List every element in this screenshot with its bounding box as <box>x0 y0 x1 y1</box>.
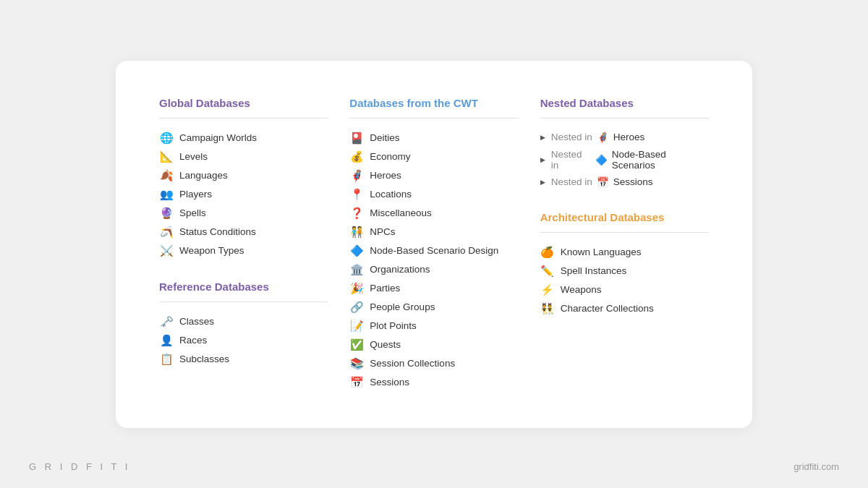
list-item[interactable]: 📅Sessions <box>349 373 518 392</box>
list-item[interactable]: 🪃Status Conditions <box>159 223 328 241</box>
list-item[interactable]: 🦸Heroes <box>349 166 518 185</box>
quests-icon: ✅ <box>349 338 364 351</box>
item-label: Heroes <box>370 170 401 181</box>
item-label: Sessions <box>370 377 409 388</box>
arrow-icon: ▶ <box>540 156 545 163</box>
list-item[interactable]: 🎴Deities <box>349 129 518 147</box>
item-label: Character Collections <box>561 303 654 314</box>
column-nested: Nested Databases ▶ Nested in 🦸 Heroes ▶ … <box>540 97 709 392</box>
item-label: Quests <box>370 339 401 350</box>
global-db-list: 🌐Campaign Worlds 📐Levels 🍂Languages 👥Pla… <box>159 129 328 260</box>
list-item[interactable]: 🏛️Organizations <box>349 260 518 279</box>
item-label: Parties <box>370 283 400 294</box>
organizations-icon: 🏛️ <box>349 263 364 276</box>
misc-icon: ❓ <box>349 207 364 220</box>
item-label: Classes <box>179 316 214 327</box>
section-title-global: Global Databases <box>159 97 328 109</box>
list-item[interactable]: ▶ Nested in 🦸 Heroes <box>540 129 709 146</box>
section-title-architectural: Architectural Databases <box>540 211 709 223</box>
item-label: Heroes <box>613 132 645 142</box>
plot-points-icon: 📝 <box>349 320 364 333</box>
spell-instances-icon: ✏️ <box>540 265 555 278</box>
list-item[interactable]: 🎉Parties <box>349 279 518 298</box>
architectural-db-list: 🍊Known Languages ✏️Spell Instances ⚡Weap… <box>540 243 709 318</box>
node-based-nested-icon: 🔷 <box>595 154 608 166</box>
list-item[interactable]: 👥Players <box>159 185 328 204</box>
list-item[interactable]: ✅Quests <box>349 335 518 354</box>
list-item[interactable]: 🍊Known Languages <box>540 243 709 262</box>
brand-left: G R I D F I T I <box>29 461 130 472</box>
spells-icon: 🔮 <box>159 207 174 220</box>
column-global: Global Databases 🌐Campaign Worlds 📐Level… <box>159 97 349 392</box>
column-cwt: Databases from the CWT 🎴Deities 💰Economy… <box>349 97 540 392</box>
list-item[interactable]: 👯Character Collections <box>540 299 709 318</box>
node-based-icon: 🔷 <box>349 244 364 257</box>
item-label: Miscellaneous <box>370 207 432 218</box>
list-item[interactable]: 💰Economy <box>349 147 518 166</box>
people-groups-icon: 🔗 <box>349 301 364 314</box>
list-item[interactable]: ✏️Spell Instances <box>540 262 709 281</box>
item-label: Weapons <box>561 284 602 295</box>
section-title-cwt: Databases from the CWT <box>349 97 518 109</box>
nested-db-list: ▶ Nested in 🦸 Heroes ▶ Nested in 🔷 Node-… <box>540 129 709 191</box>
item-label: People Groups <box>370 301 435 312</box>
list-item[interactable]: 🔮Spells <box>159 204 328 223</box>
list-item[interactable]: 🔗People Groups <box>349 298 518 317</box>
item-label: Campaign Worlds <box>179 132 257 143</box>
deities-icon: 🎴 <box>349 132 364 145</box>
list-item[interactable]: 📋Subclasses <box>159 350 328 369</box>
list-item[interactable]: 📝Plot Points <box>349 317 518 335</box>
item-label: Races <box>179 335 207 346</box>
classes-icon: 🗝️ <box>159 315 174 328</box>
character-collections-icon: 👯 <box>540 302 555 315</box>
campaign-worlds-icon: 🌐 <box>159 132 174 145</box>
cwt-db-list: 🎴Deities 💰Economy 🦸Heroes 📍Locations ❓Mi… <box>349 129 518 392</box>
item-label: Known Languages <box>561 247 642 257</box>
item-label: Spell Instances <box>561 265 627 276</box>
sessions-icon: 📅 <box>349 376 364 389</box>
known-languages-icon: 🍊 <box>540 246 555 259</box>
list-item[interactable]: ⚡Weapons <box>540 281 709 299</box>
arrow-icon: ▶ <box>540 134 545 141</box>
item-label: Subclasses <box>179 354 229 364</box>
list-item[interactable]: ▶ Nested in 📅 Sessions <box>540 174 709 191</box>
item-label: Spells <box>179 207 206 218</box>
main-card: Global Databases 🌐Campaign Worlds 📐Level… <box>116 61 752 428</box>
list-item[interactable]: 👤Races <box>159 331 328 350</box>
list-item[interactable]: ❓Miscellaneous <box>349 204 518 223</box>
item-label: Levels <box>179 151 208 162</box>
parties-icon: 🎉 <box>349 282 364 295</box>
section-title-nested: Nested Databases <box>540 97 709 109</box>
heroes-nested-icon: 🦸 <box>597 132 609 143</box>
levels-icon: 📐 <box>159 150 174 163</box>
list-item[interactable]: ▶ Nested in 🔷 Node-Based Scenarios <box>540 146 709 174</box>
list-item[interactable]: 📐Levels <box>159 147 328 166</box>
races-icon: 👤 <box>159 334 174 347</box>
list-item[interactable]: 🗝️Classes <box>159 312 328 331</box>
nested-prefix: Nested in <box>551 149 591 171</box>
item-label: Weapon Types <box>179 245 244 256</box>
item-label: Node-Based Scenarios <box>612 149 709 171</box>
item-label: Locations <box>370 189 412 200</box>
list-item[interactable]: 🌐Campaign Worlds <box>159 129 328 147</box>
item-label: Economy <box>370 151 410 162</box>
item-label: Sessions <box>613 176 653 187</box>
list-item[interactable]: 🧑‍🤝‍🧑NPCs <box>349 223 518 241</box>
list-item[interactable]: 📚Session Collections <box>349 354 518 373</box>
list-item[interactable]: ⚔️Weapon Types <box>159 241 328 260</box>
list-item[interactable]: 🍂Languages <box>159 166 328 185</box>
economy-icon: 💰 <box>349 150 364 163</box>
session-collections-icon: 📚 <box>349 357 364 370</box>
list-item[interactable]: 🔷Node-Based Scenario Design <box>349 241 518 260</box>
languages-icon: 🍂 <box>159 169 174 182</box>
npcs-icon: 🧑‍🤝‍🧑 <box>349 226 364 239</box>
brand-right: gridfiti.com <box>793 461 839 472</box>
item-label: Languages <box>179 170 228 181</box>
list-item[interactable]: 📍Locations <box>349 185 518 204</box>
players-icon: 👥 <box>159 188 174 201</box>
section-title-reference: Reference Databases <box>159 281 328 293</box>
arrow-icon: ▶ <box>540 179 545 186</box>
item-label: Session Collections <box>370 358 455 369</box>
item-label: Deities <box>370 132 399 143</box>
item-label: Players <box>179 189 212 200</box>
